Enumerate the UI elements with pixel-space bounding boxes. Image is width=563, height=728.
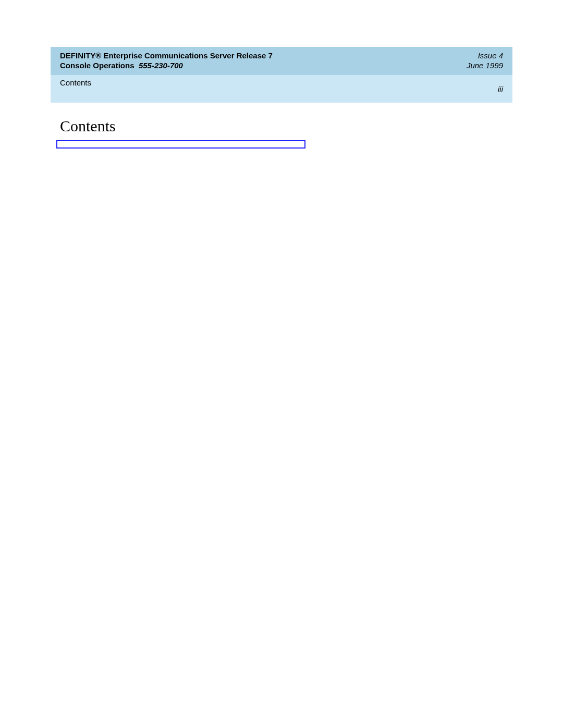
- toc-box: [56, 140, 305, 149]
- subtitle-prefix: Console Operations: [60, 61, 134, 70]
- sub-header-band: Contents iii: [51, 75, 512, 103]
- contents-heading: Contents: [60, 117, 563, 135]
- subtitle: Console Operations 555-230-700: [60, 61, 183, 70]
- document-page: DEFINITY® Enterprise Communications Serv…: [0, 0, 563, 169]
- document-number: 555-230-700: [139, 61, 183, 70]
- issue-date: June 1999: [467, 61, 503, 70]
- product-line: DEFINITY® Enterprise Communications Serv…: [60, 51, 273, 60]
- issue-number: Issue 4: [478, 51, 503, 60]
- page-roman: iii: [498, 78, 503, 93]
- section-label: Contents: [60, 78, 91, 93]
- header-band: DEFINITY® Enterprise Communications Serv…: [51, 47, 512, 75]
